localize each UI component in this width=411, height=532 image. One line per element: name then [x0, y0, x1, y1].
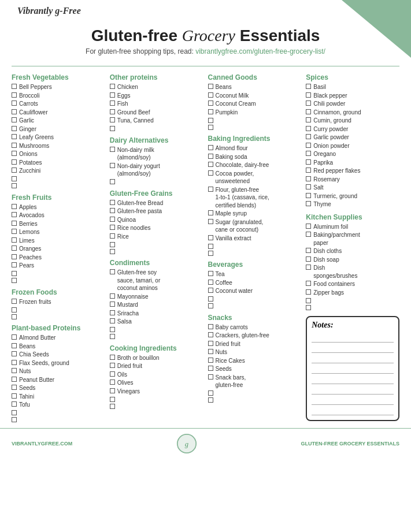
checkbox[interactable] — [110, 371, 115, 377]
checkbox[interactable] — [306, 151, 311, 156]
checkbox[interactable] — [306, 92, 311, 98]
checkbox[interactable] — [208, 390, 213, 396]
checkbox[interactable] — [208, 303, 213, 308]
checkbox[interactable] — [12, 360, 17, 365]
checkbox[interactable] — [208, 271, 213, 276]
checkbox[interactable] — [12, 299, 17, 304]
checkbox[interactable] — [12, 314, 17, 319]
checkbox[interactable] — [12, 126, 17, 131]
checkbox[interactable] — [110, 225, 115, 230]
checkbox[interactable] — [110, 242, 115, 247]
checkbox[interactable] — [12, 84, 17, 89]
checkbox[interactable] — [12, 343, 17, 348]
checkbox[interactable] — [12, 221, 17, 226]
checkbox[interactable] — [208, 374, 213, 380]
checkbox[interactable] — [306, 176, 311, 181]
checkbox[interactable] — [208, 296, 213, 302]
checkbox[interactable] — [110, 208, 115, 213]
checkbox[interactable] — [12, 109, 17, 114]
checkbox[interactable] — [208, 244, 213, 249]
checkbox[interactable] — [12, 168, 17, 173]
checkbox[interactable] — [306, 159, 311, 165]
checkbox[interactable] — [12, 401, 17, 407]
checkbox[interactable] — [110, 109, 115, 114]
checkbox[interactable] — [12, 134, 17, 139]
checkbox[interactable] — [12, 262, 17, 267]
checkbox[interactable] — [306, 109, 311, 114]
checkbox[interactable] — [208, 349, 213, 354]
checkbox[interactable] — [110, 302, 115, 307]
checkbox[interactable] — [306, 117, 311, 122]
checkbox[interactable] — [306, 232, 311, 237]
checkbox[interactable] — [306, 184, 311, 189]
checkbox[interactable] — [208, 125, 213, 130]
checkbox[interactable] — [306, 126, 311, 131]
checkbox[interactable] — [110, 84, 115, 89]
checkbox[interactable] — [306, 101, 311, 106]
checkbox[interactable] — [110, 334, 115, 339]
checkbox[interactable] — [110, 163, 115, 168]
checkbox[interactable] — [110, 233, 115, 239]
checkbox[interactable] — [12, 385, 17, 390]
checkbox[interactable] — [208, 145, 213, 150]
checkbox[interactable] — [12, 212, 17, 217]
checkbox[interactable] — [12, 271, 17, 276]
checkbox[interactable] — [12, 92, 17, 98]
checkbox[interactable] — [208, 341, 213, 346]
checkbox[interactable] — [208, 397, 213, 403]
checkbox[interactable] — [208, 101, 213, 106]
checkbox[interactable] — [208, 332, 213, 337]
checkbox[interactable] — [208, 187, 213, 192]
checkbox[interactable] — [208, 92, 213, 98]
checkbox[interactable] — [306, 143, 311, 148]
checkbox[interactable] — [12, 117, 17, 122]
checkbox[interactable] — [208, 154, 213, 159]
checkbox[interactable] — [12, 417, 17, 422]
checkbox[interactable] — [306, 193, 311, 198]
checkbox[interactable] — [110, 147, 115, 152]
checkbox[interactable] — [12, 351, 17, 356]
checkbox[interactable] — [12, 229, 17, 234]
checkbox[interactable] — [306, 265, 311, 270]
checkbox[interactable] — [110, 126, 115, 131]
checkbox[interactable] — [306, 281, 311, 286]
checkbox[interactable] — [306, 168, 311, 173]
checkbox[interactable] — [306, 305, 311, 310]
checkbox[interactable] — [110, 92, 115, 98]
checkbox[interactable] — [12, 159, 17, 165]
checkbox[interactable] — [208, 219, 213, 224]
checkbox[interactable] — [110, 397, 115, 402]
checkbox[interactable] — [110, 310, 115, 315]
checkbox[interactable] — [306, 256, 311, 262]
checkbox[interactable] — [110, 249, 115, 254]
checkbox[interactable] — [12, 334, 17, 340]
checkbox[interactable] — [208, 109, 213, 114]
checkbox[interactable] — [110, 293, 115, 299]
checkbox[interactable] — [110, 217, 115, 222]
checkbox[interactable] — [208, 358, 213, 363]
checkbox[interactable] — [208, 84, 213, 89]
checkbox[interactable] — [110, 380, 115, 385]
checkbox[interactable] — [208, 235, 213, 240]
checkbox[interactable] — [110, 327, 115, 332]
checkbox[interactable] — [306, 224, 311, 229]
checkbox[interactable] — [110, 355, 115, 360]
checkbox[interactable] — [110, 200, 115, 205]
checkbox[interactable] — [12, 254, 17, 259]
checkbox[interactable] — [208, 366, 213, 371]
checkbox[interactable] — [12, 176, 17, 181]
checkbox[interactable] — [306, 298, 311, 303]
checkbox[interactable] — [12, 204, 17, 209]
checkbox[interactable] — [306, 134, 311, 139]
checkbox[interactable] — [110, 363, 115, 368]
checkbox[interactable] — [12, 151, 17, 156]
checkbox[interactable] — [110, 404, 115, 409]
checkbox[interactable] — [110, 101, 115, 106]
checkbox[interactable] — [12, 377, 17, 382]
checkbox[interactable] — [306, 248, 311, 253]
checkbox[interactable] — [110, 318, 115, 323]
subtitle-link[interactable]: vibrantlygfree.com/gluten-free-grocery-l… — [195, 47, 325, 55]
checkbox[interactable] — [12, 183, 17, 188]
checkbox[interactable] — [12, 307, 17, 312]
checkbox[interactable] — [12, 237, 17, 243]
